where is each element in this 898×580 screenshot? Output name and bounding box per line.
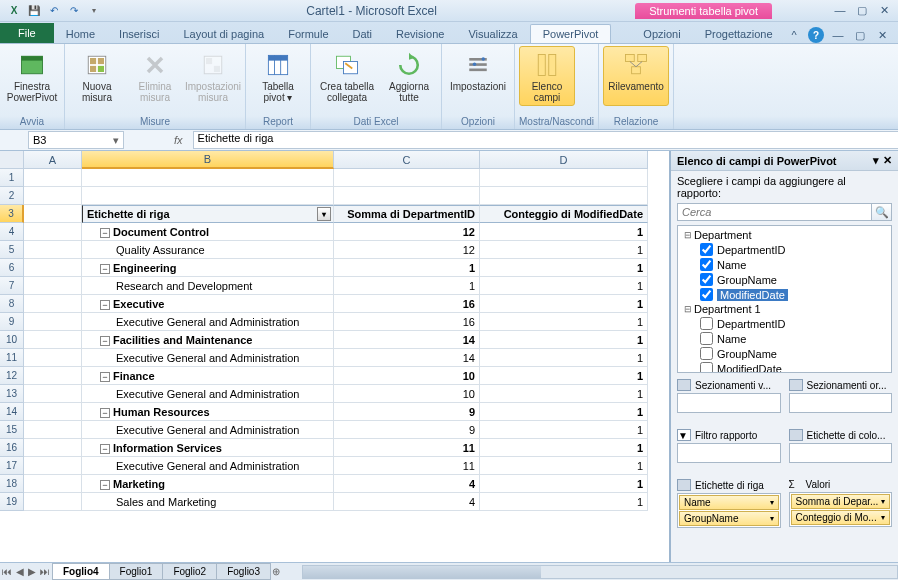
cell[interactable]: 1 bbox=[480, 331, 648, 349]
area-slicer-h-box[interactable] bbox=[789, 393, 893, 413]
row-header[interactable]: 6 bbox=[0, 259, 24, 277]
collapse-icon[interactable]: − bbox=[100, 228, 110, 238]
cell[interactable]: 10 bbox=[334, 367, 480, 385]
cell[interactable]: 11 bbox=[334, 457, 480, 475]
settings-button[interactable]: Impostazioni bbox=[446, 46, 510, 106]
row-header[interactable]: 9 bbox=[0, 313, 24, 331]
cell[interactable]: −Facilities and Maintenance bbox=[82, 331, 334, 349]
tab-formule[interactable]: Formule bbox=[276, 25, 340, 43]
pivot-filter-dropdown[interactable]: ▾ bbox=[317, 207, 331, 221]
tab-visualizza[interactable]: Visualizza bbox=[456, 25, 529, 43]
cell[interactable]: −Document Control bbox=[82, 223, 334, 241]
col-header-c[interactable]: C bbox=[334, 151, 480, 169]
area-pill[interactable]: Somma di Depar...▾ bbox=[791, 494, 891, 509]
cell[interactable] bbox=[24, 349, 82, 367]
cell[interactable]: 1 bbox=[480, 259, 648, 277]
cell[interactable]: 9 bbox=[334, 421, 480, 439]
cell[interactable]: 10 bbox=[334, 385, 480, 403]
collapse-icon[interactable]: − bbox=[100, 336, 110, 346]
cell[interactable] bbox=[82, 169, 334, 187]
cell[interactable]: Sales and Marketing bbox=[82, 493, 334, 511]
cell[interactable]: Executive General and Administration bbox=[82, 385, 334, 403]
cell[interactable] bbox=[24, 277, 82, 295]
cell[interactable]: 12 bbox=[334, 223, 480, 241]
pivot-table-button[interactable]: Tabellapivot ▾ bbox=[250, 46, 306, 106]
cell[interactable]: 1 bbox=[480, 313, 648, 331]
cell[interactable] bbox=[480, 169, 648, 187]
sheet-nav-last[interactable]: ⏭ bbox=[38, 566, 52, 577]
cell[interactable]: Research and Development bbox=[82, 277, 334, 295]
search-icon[interactable]: 🔍 bbox=[872, 203, 892, 221]
cell[interactable] bbox=[24, 205, 82, 223]
tree-field[interactable]: Name bbox=[680, 257, 889, 272]
qat-dropdown-icon[interactable]: ▾ bbox=[86, 3, 102, 19]
tab-home[interactable]: Home bbox=[54, 25, 107, 43]
tree-field[interactable]: DepartmentID bbox=[680, 316, 889, 331]
row-header[interactable]: 7 bbox=[0, 277, 24, 295]
field-checkbox[interactable] bbox=[700, 273, 713, 286]
field-list-dropdown-icon[interactable]: ▾ bbox=[873, 154, 879, 167]
row-header[interactable]: 1 bbox=[0, 169, 24, 187]
col-header-a[interactable]: A bbox=[24, 151, 82, 169]
create-linked-table-button[interactable]: Crea tabellacollegata bbox=[315, 46, 379, 106]
tab-opzioni[interactable]: Opzioni bbox=[631, 25, 692, 43]
namebox-dropdown-icon[interactable]: ▾ bbox=[113, 134, 119, 147]
cell[interactable] bbox=[24, 493, 82, 511]
save-icon[interactable]: 💾 bbox=[26, 3, 42, 19]
field-list-close-icon[interactable]: ✕ bbox=[883, 154, 892, 167]
cell[interactable] bbox=[334, 169, 480, 187]
tab-dati[interactable]: Dati bbox=[341, 25, 385, 43]
tab-file[interactable]: File bbox=[0, 23, 54, 43]
sheet-tab-active[interactable]: Foglio4 bbox=[52, 563, 110, 580]
row-header[interactable]: 4 bbox=[0, 223, 24, 241]
col-header-d[interactable]: D bbox=[480, 151, 648, 169]
worksheet[interactable]: A B C D 123Etichette di riga▾Somma di De… bbox=[0, 151, 670, 562]
tree-field[interactable]: GroupName bbox=[680, 346, 889, 361]
cell[interactable]: 1 bbox=[480, 295, 648, 313]
cell[interactable] bbox=[82, 187, 334, 205]
cell[interactable]: 12 bbox=[334, 241, 480, 259]
field-checkbox[interactable] bbox=[700, 243, 713, 256]
row-header[interactable]: 3 bbox=[0, 205, 24, 223]
cell[interactable]: 4 bbox=[334, 475, 480, 493]
new-sheet-icon[interactable]: ⊕ bbox=[270, 566, 282, 577]
cell[interactable] bbox=[24, 169, 82, 187]
cell[interactable]: 9 bbox=[334, 403, 480, 421]
collapse-icon[interactable]: − bbox=[100, 264, 110, 274]
cell[interactable]: Somma di DepartmentID bbox=[334, 205, 480, 223]
cell[interactable]: 11 bbox=[334, 439, 480, 457]
cell[interactable] bbox=[24, 313, 82, 331]
tree-field[interactable]: DepartmentID bbox=[680, 242, 889, 257]
cell[interactable]: Executive General and Administration bbox=[82, 313, 334, 331]
cell[interactable] bbox=[24, 367, 82, 385]
tree-table[interactable]: ⊟ Department bbox=[680, 228, 889, 242]
maximize-icon[interactable]: ▢ bbox=[854, 4, 870, 17]
sheet-nav-prev[interactable]: ◀ bbox=[14, 566, 26, 577]
cell[interactable]: 1 bbox=[480, 457, 648, 475]
ribbon-minimize-icon[interactable]: ^ bbox=[786, 27, 802, 43]
row-header[interactable]: 2 bbox=[0, 187, 24, 205]
cell[interactable]: 1 bbox=[480, 403, 648, 421]
col-header-b[interactable]: B bbox=[82, 151, 334, 169]
area-rows-box[interactable]: Name▾GroupName▾ bbox=[677, 493, 781, 528]
row-header[interactable]: 15 bbox=[0, 421, 24, 439]
cell[interactable]: Conteggio di ModifiedDate bbox=[480, 205, 648, 223]
select-all-corner[interactable] bbox=[0, 151, 24, 169]
close-icon[interactable]: ✕ bbox=[876, 4, 892, 17]
cell[interactable]: 14 bbox=[334, 349, 480, 367]
cell[interactable]: Executive General and Administration bbox=[82, 421, 334, 439]
row-header[interactable]: 14 bbox=[0, 403, 24, 421]
h-scrollbar[interactable] bbox=[302, 565, 898, 579]
help-icon[interactable]: ? bbox=[808, 27, 824, 43]
field-checkbox[interactable] bbox=[700, 317, 713, 330]
cell[interactable] bbox=[24, 385, 82, 403]
collapse-icon[interactable]: − bbox=[100, 444, 110, 454]
cell[interactable] bbox=[24, 259, 82, 277]
field-tree[interactable]: ⊟ DepartmentDepartmentIDNameGroupNameMod… bbox=[677, 225, 892, 373]
tab-powerpivot[interactable]: PowerPivot bbox=[530, 24, 612, 43]
row-header[interactable]: 8 bbox=[0, 295, 24, 313]
collapse-icon[interactable]: − bbox=[100, 372, 110, 382]
row-header[interactable]: 11 bbox=[0, 349, 24, 367]
cell[interactable]: 1 bbox=[480, 439, 648, 457]
cell[interactable] bbox=[24, 421, 82, 439]
